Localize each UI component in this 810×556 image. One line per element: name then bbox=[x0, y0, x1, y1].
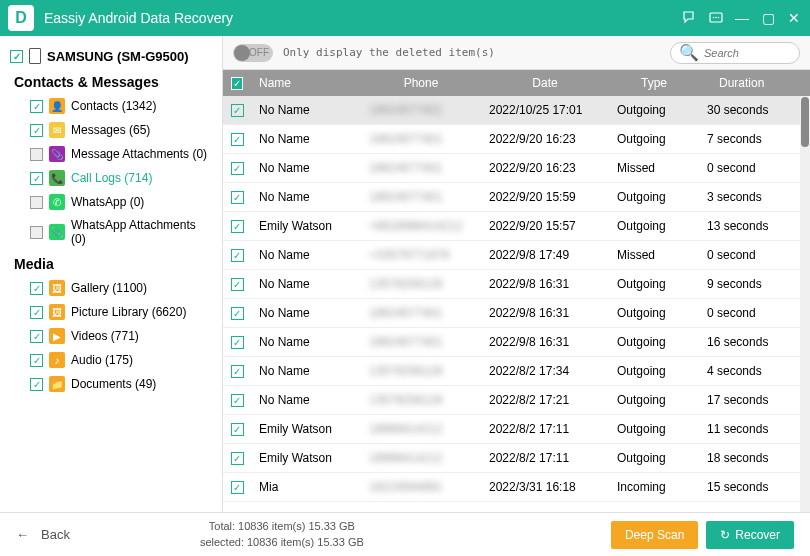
checkbox[interactable]: ✓ bbox=[30, 306, 43, 319]
row-checkbox[interactable]: ✓ bbox=[231, 220, 244, 233]
checkbox[interactable]: ✓ bbox=[30, 172, 43, 185]
deep-scan-button[interactable]: Deep Scan bbox=[611, 521, 698, 549]
checkbox[interactable]: ✓ bbox=[30, 330, 43, 343]
row-checkbox[interactable]: ✓ bbox=[231, 394, 244, 407]
checkbox[interactable]: ✓ bbox=[30, 354, 43, 367]
deleted-filter-toggle[interactable]: OFF bbox=[233, 44, 273, 62]
checkbox[interactable] bbox=[30, 148, 43, 161]
footer: ← Back Total: 10836 item(s) 15.33 GB sel… bbox=[0, 512, 810, 556]
cell-name: No Name bbox=[251, 190, 361, 204]
cell-duration: 17 seconds bbox=[699, 393, 810, 407]
sidebar-item-msg-attach[interactable]: 📎Message Attachments (0) bbox=[6, 142, 216, 166]
row-checkbox[interactable]: ✓ bbox=[231, 162, 244, 175]
videos-icon: ▶ bbox=[49, 328, 65, 344]
row-checkbox[interactable]: ✓ bbox=[231, 336, 244, 349]
checkbox[interactable] bbox=[30, 226, 43, 239]
cell-name: Emily Watson bbox=[251, 219, 361, 233]
table-row[interactable]: ✓Emily Watson+86189884142122022/9/20 15:… bbox=[223, 212, 810, 241]
row-checkbox[interactable]: ✓ bbox=[231, 452, 244, 465]
whatsapp-icon: ✆ bbox=[49, 194, 65, 210]
row-checkbox[interactable]: ✓ bbox=[231, 365, 244, 378]
cell-phone: +8618988414212 bbox=[361, 219, 481, 233]
row-checkbox[interactable]: ✓ bbox=[231, 423, 244, 436]
cell-type: Outgoing bbox=[609, 422, 699, 436]
sidebar-item-whatsapp[interactable]: ✆WhatsApp (0) bbox=[6, 190, 216, 214]
sidebar-item-wa-attach[interactable]: 📎WhatsApp Attachments (0) bbox=[6, 214, 216, 250]
row-checkbox[interactable]: ✓ bbox=[231, 278, 244, 291]
table-row[interactable]: ✓Emily Watson189884142122022/8/2 17:11Ou… bbox=[223, 444, 810, 473]
cell-type: Outgoing bbox=[609, 335, 699, 349]
checkbox[interactable]: ✓ bbox=[30, 100, 43, 113]
row-checkbox[interactable]: ✓ bbox=[231, 307, 244, 320]
search-icon: 🔍 bbox=[679, 43, 699, 62]
row-checkbox[interactable]: ✓ bbox=[231, 191, 244, 204]
table-row[interactable]: ✓No Name189245774012022/9/8 16:31Outgoin… bbox=[223, 299, 810, 328]
cell-type: Outgoing bbox=[609, 103, 699, 117]
checkbox[interactable] bbox=[30, 196, 43, 209]
table-row[interactable]: ✓No Name189245774012022/9/8 16:31Outgoin… bbox=[223, 328, 810, 357]
recover-button[interactable]: ↻Recover bbox=[706, 521, 794, 549]
device-checkbox[interactable]: ✓ bbox=[10, 50, 23, 63]
cell-date: 2022/9/20 16:23 bbox=[481, 132, 609, 146]
table-row[interactable]: ✓No Name135792581282022/9/8 16:31Outgoin… bbox=[223, 270, 810, 299]
checkbox[interactable]: ✓ bbox=[30, 124, 43, 137]
cell-duration: 18 seconds bbox=[699, 451, 810, 465]
checkbox[interactable]: ✓ bbox=[30, 282, 43, 295]
table-row[interactable]: ✓Emily Watson189884142122022/8/2 17:11Ou… bbox=[223, 415, 810, 444]
search-box[interactable]: 🔍 bbox=[670, 42, 800, 64]
table-row[interactable]: ✓No Name189245774012022/9/20 15:59Outgoi… bbox=[223, 183, 810, 212]
footer-stats: Total: 10836 item(s) 15.33 GB selected: … bbox=[200, 519, 364, 550]
col-phone[interactable]: Phone bbox=[361, 76, 481, 90]
row-checkbox[interactable]: ✓ bbox=[231, 133, 244, 146]
sidebar-item-videos[interactable]: ✓▶Videos (771) bbox=[6, 324, 216, 348]
sidebar-item-gallery[interactable]: ✓🖼Gallery (1100) bbox=[6, 276, 216, 300]
audio-icon: ♪ bbox=[49, 352, 65, 368]
feedback-icon[interactable] bbox=[682, 10, 698, 26]
cell-phone: 18924577401 bbox=[361, 306, 481, 320]
col-date[interactable]: Date bbox=[481, 76, 609, 90]
device-name: SAMSUNG (SM-G9500) bbox=[47, 49, 189, 64]
col-type[interactable]: Type bbox=[609, 76, 699, 90]
sidebar-item-documents[interactable]: ✓📁Documents (49) bbox=[6, 372, 216, 396]
device-row[interactable]: ✓ SAMSUNG (SM-G9500) bbox=[6, 44, 216, 68]
message-icon[interactable] bbox=[708, 10, 724, 26]
back-button[interactable]: ← Back bbox=[16, 527, 70, 542]
cell-date: 2022/8/2 17:34 bbox=[481, 364, 609, 378]
row-checkbox[interactable]: ✓ bbox=[231, 249, 244, 262]
minimize-icon[interactable]: — bbox=[734, 10, 750, 26]
row-checkbox[interactable]: ✓ bbox=[231, 104, 244, 117]
cell-duration: 3 seconds bbox=[699, 190, 810, 204]
sidebar-item-messages[interactable]: ✓✉Messages (65) bbox=[6, 118, 216, 142]
table-row[interactable]: ✓No Name189245774012022/9/20 16:23Outgoi… bbox=[223, 125, 810, 154]
sidebar-item-call-logs[interactable]: ✓📞Call Logs (714) bbox=[6, 166, 216, 190]
titlebar: D Eassiy Android Data Recovery — ▢ ✕ bbox=[0, 0, 810, 36]
col-name[interactable]: Name bbox=[251, 76, 361, 90]
cell-type: Outgoing bbox=[609, 306, 699, 320]
cell-duration: 11 seconds bbox=[699, 422, 810, 436]
scrollbar[interactable] bbox=[800, 96, 810, 512]
checkbox[interactable]: ✓ bbox=[30, 378, 43, 391]
cell-name: No Name bbox=[251, 306, 361, 320]
sidebar-item-pic-lib[interactable]: ✓🖼Picture Library (6620) bbox=[6, 300, 216, 324]
table-row[interactable]: ✓No Name135792581282022/8/2 17:34Outgoin… bbox=[223, 357, 810, 386]
call-logs-icon: 📞 bbox=[49, 170, 65, 186]
sidebar-item-audio[interactable]: ✓♪Audio (175) bbox=[6, 348, 216, 372]
select-all-checkbox[interactable]: ✓ bbox=[231, 77, 243, 90]
search-input[interactable] bbox=[704, 47, 791, 59]
cell-phone: 13579258128 bbox=[361, 277, 481, 291]
cell-date: 2022/8/2 17:11 bbox=[481, 422, 609, 436]
col-duration[interactable]: Duration bbox=[699, 76, 810, 90]
table-row[interactable]: ✓No Name135792581282022/8/2 17:21Outgoin… bbox=[223, 386, 810, 415]
cell-phone: 18988414212 bbox=[361, 422, 481, 436]
sidebar-item-contacts[interactable]: ✓👤Contacts (1342) bbox=[6, 94, 216, 118]
scrollbar-thumb[interactable] bbox=[801, 97, 809, 147]
table-row[interactable]: ✓No Name189245774012022/9/20 16:23Missed… bbox=[223, 154, 810, 183]
table-row[interactable]: ✓Mia182245948912022/3/31 16:18Incoming15… bbox=[223, 473, 810, 502]
close-icon[interactable]: ✕ bbox=[786, 10, 802, 26]
row-checkbox[interactable]: ✓ bbox=[231, 481, 244, 494]
cell-duration: 16 seconds bbox=[699, 335, 810, 349]
table-row[interactable]: ✓No Name189245774012022/10/25 17:01Outgo… bbox=[223, 96, 810, 125]
table-row[interactable]: ✓No Name+335797718782022/9/8 17:49Missed… bbox=[223, 241, 810, 270]
maximize-icon[interactable]: ▢ bbox=[760, 10, 776, 26]
cell-duration: 0 second bbox=[699, 248, 810, 262]
